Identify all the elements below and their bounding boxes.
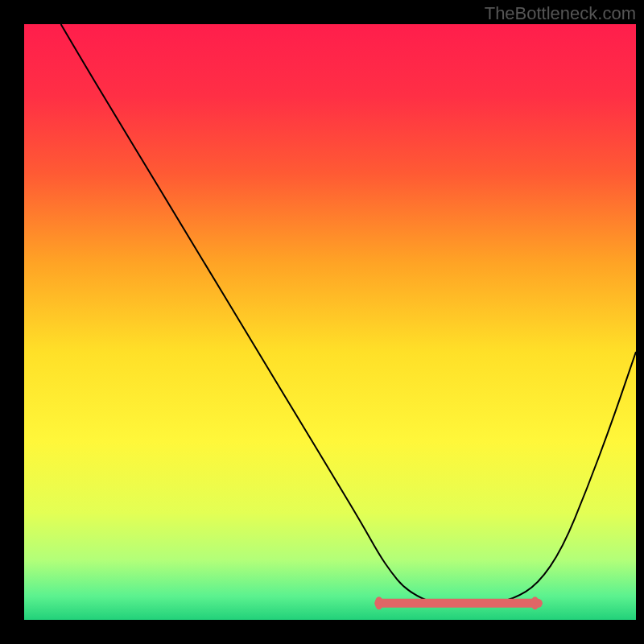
watermark-text: TheBottleneck.com	[485, 3, 636, 24]
bottleneck-chart	[0, 0, 644, 644]
svg-point-0	[375, 597, 383, 609]
chart-container: TheBottleneck.com	[0, 0, 644, 644]
svg-point-1	[531, 597, 539, 609]
plot-background	[24, 24, 636, 620]
